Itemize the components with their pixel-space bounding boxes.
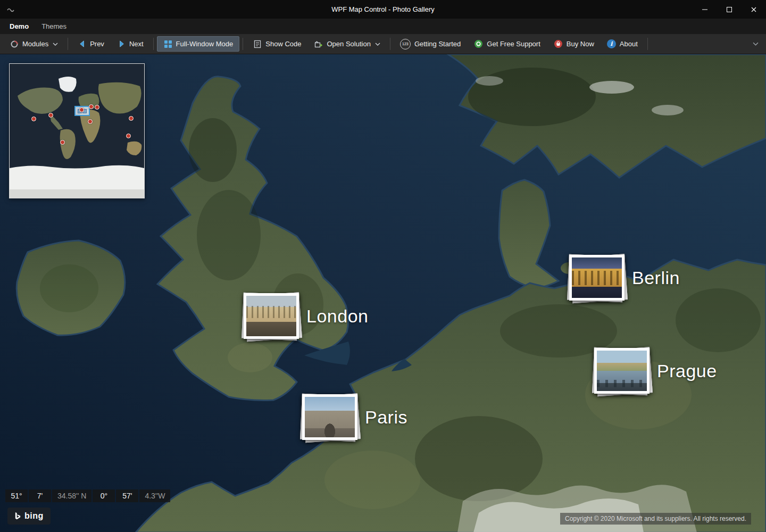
map-copyright: Copyright © 2020 Microsoft and its suppl… [560, 513, 751, 525]
minimap-photo-dot [88, 119, 93, 124]
full-window-mode-button[interactable]: Full-Window Mode [157, 36, 240, 52]
photo-thumbnail [302, 394, 357, 440]
window-controls [693, 0, 766, 19]
next-arrow-icon [118, 40, 126, 48]
tab-themes[interactable]: Themes [35, 20, 73, 32]
show-code-label: Show Code [265, 40, 301, 48]
window-title: WPF Map Control - Photo Gallery [0, 5, 766, 13]
photo-marker-london[interactable]: London [244, 293, 368, 339]
getting-started-icon: 123 [400, 39, 411, 49]
open-solution-icon [314, 40, 323, 48]
photo-thumbnail [244, 293, 299, 339]
tab-demo[interactable]: Demo [3, 20, 35, 32]
about-icon: i [607, 39, 616, 48]
photo-thumbnail [594, 348, 650, 394]
city-label: Berlin [632, 268, 680, 288]
minimap-photo-dot [60, 140, 65, 145]
open-solution-button[interactable]: Open Solution [307, 36, 386, 52]
minimap-photo-dot [79, 107, 84, 112]
prev-arrow-icon [78, 40, 86, 48]
coord-lat-min: 7' [29, 489, 51, 502]
show-code-button[interactable]: Show Code [246, 36, 307, 52]
close-icon [751, 6, 757, 13]
city-label: Prague [657, 361, 717, 381]
getting-started-badge: 123 [402, 42, 409, 46]
toolbar-separator [390, 38, 390, 50]
title-bar: WPF Map Control - Photo Gallery [0, 0, 766, 19]
minimap-photo-dot [48, 113, 53, 118]
prev-button[interactable]: Prev [71, 36, 111, 52]
photo-thumbnail [569, 255, 625, 301]
toolbar-separator [647, 38, 648, 50]
close-button[interactable] [742, 0, 766, 19]
app-icon [5, 4, 16, 15]
photo-marker-paris[interactable]: Paris [302, 394, 407, 440]
chevron-down-icon [753, 42, 759, 46]
modules-icon [10, 40, 19, 48]
chevron-down-icon [375, 43, 380, 46]
maximize-button[interactable] [717, 0, 742, 19]
toolbar-separator [243, 38, 243, 50]
toolbar-separator [153, 38, 154, 50]
toolbar: Modules Prev Next Full-Window Mode [0, 34, 766, 54]
minimize-button[interactable] [693, 0, 717, 19]
buy-now-label: Buy Now [567, 40, 594, 48]
bing-logo: bing [7, 508, 51, 525]
london-photo [246, 296, 296, 336]
minimap-photo-dot [95, 105, 99, 110]
coord-lon-sec: 4.3''W [139, 489, 170, 502]
about-badge-text: i [610, 40, 612, 47]
full-window-mode-label: Full-Window Mode [176, 40, 234, 48]
about-label: About [620, 40, 638, 48]
show-code-icon [253, 40, 262, 48]
city-label: London [306, 306, 368, 327]
app-window: WPF Map Control - Photo Gallery Demo The… [0, 0, 766, 532]
city-label: Paris [365, 407, 407, 428]
getting-started-button[interactable]: 123 Getting Started [394, 36, 467, 52]
buy-now-icon [554, 39, 563, 48]
photo-marker-berlin[interactable]: Berlin [569, 255, 680, 301]
chevron-down-icon [53, 43, 58, 46]
get-free-support-button[interactable]: Get Free Support [467, 36, 546, 52]
coordinates-bar: 51° 7' 34.58'' N 0° 57' 4.3''W [5, 489, 170, 502]
photo-marker-prague[interactable]: Prague [594, 348, 717, 394]
minimap-photo-dot [89, 104, 94, 109]
minimap-photo-dot [126, 134, 131, 138]
bing-label: bing [24, 511, 44, 521]
coord-lat-sec: 34.58'' N [52, 489, 91, 502]
getting-started-label: Getting Started [414, 40, 461, 48]
open-solution-label: Open Solution [327, 40, 370, 48]
next-label: Next [129, 40, 144, 48]
minimap[interactable] [9, 63, 145, 198]
maximize-icon [726, 6, 732, 13]
prague-photo [597, 351, 647, 391]
full-window-icon [164, 40, 172, 48]
map-canvas[interactable]: London Berlin Prague Paris 51° [0, 54, 766, 532]
next-button[interactable]: Next [111, 36, 150, 52]
about-button[interactable]: i About [601, 36, 644, 52]
minimap-world [10, 64, 144, 198]
modules-label: Modules [22, 40, 48, 48]
menu-bar: Demo Themes [0, 19, 766, 34]
coord-lon-deg: 0° [93, 489, 115, 502]
get-free-support-label: Get Free Support [487, 40, 540, 48]
minimap-photo-dot [129, 116, 134, 121]
toolbar-separator [68, 38, 68, 50]
modules-button[interactable]: Modules [3, 36, 64, 52]
berlin-photo [572, 257, 622, 298]
paris-photo [305, 397, 355, 437]
coord-lat-deg: 51° [5, 489, 28, 502]
buy-now-button[interactable]: Buy Now [547, 36, 601, 52]
minimap-photo-dot [31, 117, 36, 121]
prev-label: Prev [90, 40, 104, 48]
minimize-icon [702, 6, 708, 13]
coord-lon-min: 57' [116, 489, 138, 502]
support-icon [474, 39, 483, 48]
bing-icon [14, 512, 21, 521]
toolbar-collapse-chevron[interactable] [748, 36, 763, 52]
